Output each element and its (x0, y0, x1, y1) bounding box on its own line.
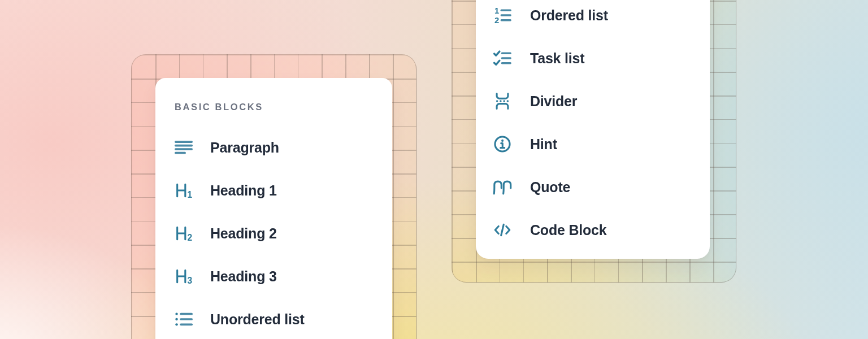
menu-item-label: Heading 2 (210, 225, 277, 242)
svg-text:2: 2 (187, 233, 192, 242)
heading-1-icon: 1 (174, 181, 193, 200)
menu-item-code-block[interactable]: Code Block (493, 220, 694, 240)
code-block-icon (493, 220, 512, 240)
svg-text:1: 1 (187, 190, 192, 199)
menu-item-label: Unordered list (210, 311, 305, 328)
svg-text:2: 2 (494, 16, 499, 25)
divider-icon (493, 92, 512, 111)
menu-item-paragraph[interactable]: Paragraph (174, 138, 375, 157)
hero-illustration: { "left_panel": { "section_label": "BASI… (0, 0, 868, 339)
heading-2-icon: 2 (174, 224, 193, 243)
menu-item-quote[interactable]: Quote (493, 177, 694, 197)
basic-blocks-menu: BASIC BLOCKS Paragraph 1 Heading 1 2 Hea… (155, 78, 392, 339)
task-list-icon (493, 49, 512, 68)
menu-item-heading-3[interactable]: 3 Heading 3 (174, 267, 375, 286)
blocks-menu: 1 2 Ordered list Task list Divider (476, 0, 710, 259)
menu-item-label: Divider (530, 93, 577, 110)
basic-blocks-section-label: BASIC BLOCKS (175, 102, 375, 112)
menu-item-heading-2[interactable]: 2 Heading 2 (174, 224, 375, 243)
menu-item-heading-1[interactable]: 1 Heading 1 (174, 181, 375, 200)
menu-item-label: Code Block (530, 222, 607, 238)
heading-3-icon: 3 (174, 267, 193, 286)
unordered-list-icon (174, 310, 193, 329)
ordered-list-icon: 1 2 (493, 6, 512, 25)
menu-item-label: Hint (530, 136, 557, 153)
menu-item-hint[interactable]: Hint (493, 134, 694, 154)
menu-item-label: Quote (530, 179, 570, 195)
menu-item-label: Paragraph (210, 140, 279, 156)
menu-item-label: Ordered list (530, 7, 608, 24)
menu-item-unordered-list[interactable]: Unordered list (174, 310, 375, 329)
paragraph-icon (174, 138, 193, 157)
menu-item-label: Task list (530, 50, 584, 67)
menu-item-label: Heading 1 (210, 182, 277, 199)
menu-item-label: Heading 3 (210, 268, 277, 285)
hint-icon (493, 134, 512, 154)
menu-item-task-list[interactable]: Task list (493, 49, 694, 68)
svg-text:3: 3 (187, 276, 192, 285)
menu-item-divider[interactable]: Divider (493, 92, 694, 111)
menu-item-ordered-list[interactable]: 1 2 Ordered list (493, 6, 694, 25)
quote-icon (493, 177, 512, 197)
svg-text:1: 1 (494, 6, 499, 15)
